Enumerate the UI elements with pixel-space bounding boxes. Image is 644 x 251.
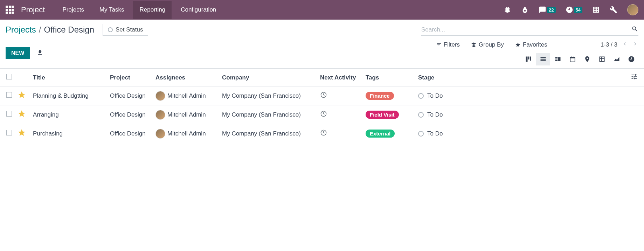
control-panel-right: Filters Group By Favorites 1-3 / 3 xyxy=(436,41,638,65)
apps-menu-icon[interactable] xyxy=(6,6,14,14)
view-list-icon[interactable] xyxy=(536,53,550,65)
view-kanban-icon[interactable] xyxy=(521,53,535,65)
tag-badge: Finance xyxy=(366,92,394,100)
cell-stage[interactable]: To Do xyxy=(415,124,628,143)
search-input[interactable] xyxy=(421,26,631,33)
view-graph-icon[interactable] xyxy=(610,53,624,65)
breadcrumb-current: Office Design xyxy=(44,25,94,35)
col-tags[interactable]: Tags xyxy=(363,69,415,86)
top-navbar: Project Projects My Tasks Reporting Conf… xyxy=(0,0,644,20)
row-checkbox[interactable] xyxy=(6,111,12,117)
filters-button[interactable]: Filters xyxy=(436,41,460,48)
star-icon[interactable] xyxy=(18,132,26,138)
column-settings-icon[interactable] xyxy=(631,75,638,82)
col-project[interactable]: Project xyxy=(107,69,153,86)
view-pivot-icon[interactable] xyxy=(595,53,609,65)
search-options-row: Filters Group By Favorites 1-3 / 3 xyxy=(436,41,638,49)
status-circle-icon xyxy=(108,27,113,32)
clock-icon xyxy=(320,131,327,138)
col-stage[interactable]: Stage xyxy=(415,69,628,86)
clock-icon xyxy=(320,93,327,100)
assignee-avatar xyxy=(155,110,165,120)
company-icon[interactable] xyxy=(592,6,600,14)
calendar-icon[interactable] xyxy=(521,6,529,14)
nav-my-tasks[interactable]: My Tasks xyxy=(93,1,131,19)
nav-configuration[interactable]: Configuration xyxy=(174,1,222,19)
view-calendar-icon[interactable] xyxy=(566,53,580,65)
nav-projects[interactable]: Projects xyxy=(56,1,90,19)
assignee-avatar xyxy=(155,129,165,139)
breadcrumb: Projects / Office Design xyxy=(6,25,94,35)
col-next-activity[interactable]: Next Activity xyxy=(317,69,363,86)
col-company[interactable]: Company xyxy=(219,69,317,86)
import-icon[interactable] xyxy=(37,49,43,57)
tools-icon[interactable] xyxy=(610,6,617,14)
cell-stage[interactable]: To Do xyxy=(415,86,628,105)
clock-icon xyxy=(320,112,327,119)
star-icon[interactable] xyxy=(18,94,26,100)
cell-title: Arranging xyxy=(30,105,107,124)
activities-icon[interactable]: 54 xyxy=(566,6,582,14)
control-panel-row1: Projects / Office Design Set Status xyxy=(6,24,638,36)
cell-project: Office Design xyxy=(107,105,153,124)
cell-project: Office Design xyxy=(107,86,153,105)
cell-company: My Company (San Francisco) xyxy=(219,124,317,143)
messages-icon[interactable]: 22 xyxy=(539,6,555,14)
search-bar xyxy=(421,24,638,36)
control-panel: Projects / Office Design Set Status NEW … xyxy=(0,20,644,69)
group-by-button[interactable]: Group By xyxy=(471,41,504,48)
activities-badge: 54 xyxy=(574,7,582,13)
cell-tags: Finance xyxy=(363,86,415,105)
star-icon[interactable] xyxy=(18,113,26,119)
breadcrumb-projects[interactable]: Projects xyxy=(6,25,36,35)
cell-tags: External xyxy=(363,124,415,143)
search-icon[interactable] xyxy=(631,26,638,34)
view-form-icon[interactable] xyxy=(551,53,565,65)
cell-activity[interactable] xyxy=(317,86,363,105)
favorites-label: Favorites xyxy=(523,41,547,48)
stage-radio-icon xyxy=(418,93,424,99)
table-row[interactable]: Arranging Office Design Mitchell Admin M… xyxy=(0,105,644,124)
col-title[interactable]: Title xyxy=(30,69,107,86)
cell-company: My Company (San Francisco) xyxy=(219,105,317,124)
cell-stage[interactable]: To Do xyxy=(415,105,628,124)
debug-icon[interactable] xyxy=(504,6,511,14)
stage-radio-icon xyxy=(418,131,424,137)
filters-label: Filters xyxy=(444,41,460,48)
select-all-checkbox[interactable] xyxy=(6,74,12,79)
col-assignees[interactable]: Assignees xyxy=(153,69,219,86)
group-by-label: Group By xyxy=(479,41,504,48)
cell-title: Planning & Budgtting xyxy=(30,86,107,105)
cell-tags: Field Visit xyxy=(363,105,415,124)
set-status-button[interactable]: Set Status xyxy=(103,24,148,36)
view-switcher xyxy=(521,53,638,65)
view-activity-icon[interactable] xyxy=(624,53,638,65)
stage-radio-icon xyxy=(418,112,424,118)
cell-activity[interactable] xyxy=(317,105,363,124)
view-map-icon[interactable] xyxy=(580,53,594,65)
pager-text[interactable]: 1-3 / 3 xyxy=(601,41,617,48)
pager-prev-icon[interactable] xyxy=(622,41,628,49)
tag-badge: External xyxy=(366,130,395,138)
row-checkbox[interactable] xyxy=(6,92,12,98)
assignee-avatar xyxy=(155,91,165,101)
cell-project: Office Design xyxy=(107,124,153,143)
favorites-button[interactable]: Favorites xyxy=(515,41,547,48)
tag-badge: Field Visit xyxy=(366,111,399,119)
user-avatar[interactable] xyxy=(627,4,638,15)
cell-title: Purchasing xyxy=(30,124,107,143)
nav-reporting[interactable]: Reporting xyxy=(133,1,172,19)
new-button[interactable]: NEW xyxy=(6,47,30,59)
cell-company: My Company (San Francisco) xyxy=(219,86,317,105)
cell-assignee: Mitchell Admin xyxy=(153,124,219,143)
cell-assignee: Mitchell Admin xyxy=(153,105,219,124)
messages-badge: 22 xyxy=(547,7,555,13)
cell-activity[interactable] xyxy=(317,124,363,143)
table-header-row: Title Project Assignees Company Next Act… xyxy=(0,69,644,86)
row-checkbox[interactable] xyxy=(6,130,12,135)
table-row[interactable]: Planning & Budgtting Office Design Mitch… xyxy=(0,86,644,105)
navbar-right: 22 54 xyxy=(504,4,638,15)
pager-next-icon[interactable] xyxy=(632,41,638,49)
table-row[interactable]: Purchasing Office Design Mitchell Admin … xyxy=(0,124,644,143)
set-status-label: Set Status xyxy=(116,26,143,33)
